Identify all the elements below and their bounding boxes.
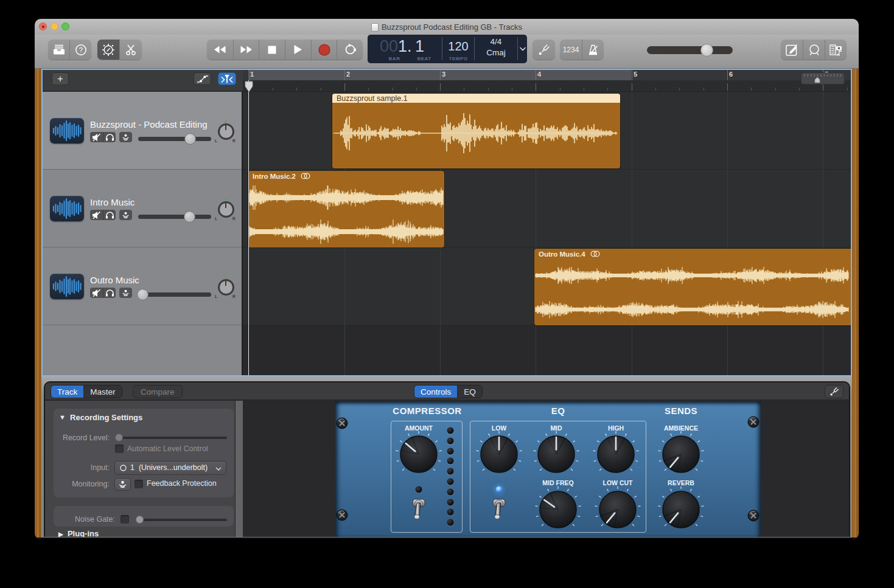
- svg-text:?: ?: [79, 46, 82, 54]
